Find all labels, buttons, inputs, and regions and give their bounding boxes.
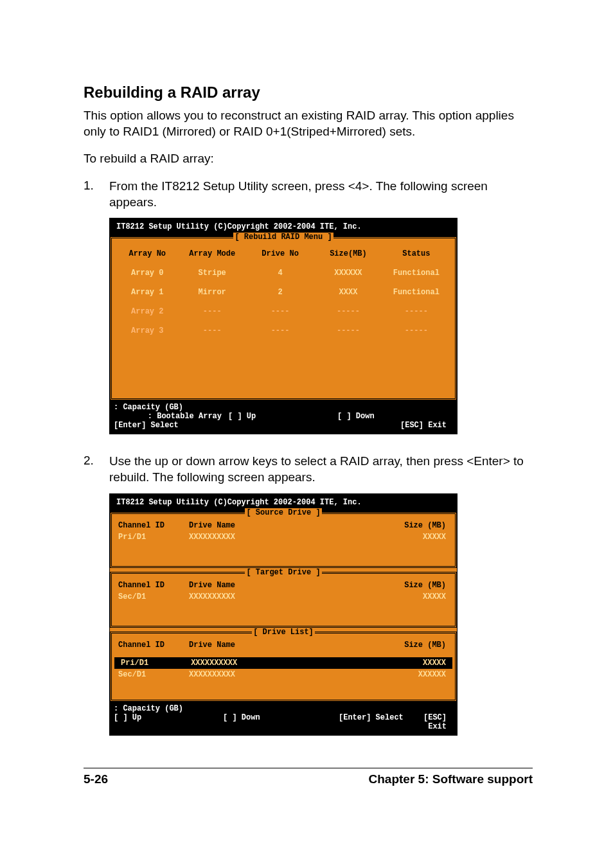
bios-screen-rebuild-menu: IT8212 Setup Utility (C)Copyright 2002-2… xyxy=(109,218,458,434)
source-header-row: Channel ID Drive Name Size (MB) xyxy=(112,520,455,531)
cell: ----- xyxy=(315,307,381,316)
step-2: 2. Use the up or down arrow keys to sele… xyxy=(84,454,533,485)
footer-select[interactable]: [Enter] Select xyxy=(114,421,191,430)
cell: ----- xyxy=(382,307,451,316)
page-number: 5-26 xyxy=(84,772,108,786)
col-drive-no: Drive No xyxy=(245,249,315,258)
cell: ---- xyxy=(179,326,245,335)
bios-footer-bar: : Capacity (GB) [ ] Up [ ] Down [Enter] … xyxy=(110,702,457,735)
target-drive-row: Sec/D1 XXXXXXXXXX XXXXX xyxy=(112,591,455,603)
table-row[interactable]: Array 2 ---- ---- ----- ----- xyxy=(112,302,455,321)
cell: 2 xyxy=(245,288,315,297)
cell: Pri/D1 xyxy=(118,533,189,542)
col-drive-name: Drive Name xyxy=(189,581,382,590)
footer-capacity: : Capacity (GB) xyxy=(114,403,223,412)
step-text: Use the up or down arrow keys to select … xyxy=(109,454,533,485)
cell: XXXXXXXXXX xyxy=(189,533,382,542)
drive-list-header-row: Channel ID Drive Name Size (MB) xyxy=(112,639,455,651)
cell: XXXXXXXXXX xyxy=(189,592,382,601)
cell: XXXXXX xyxy=(315,269,381,278)
target-header-row: Channel ID Drive Name Size (MB) xyxy=(112,580,455,591)
cell: Functional xyxy=(382,269,451,278)
footer-select[interactable]: [Enter] Select xyxy=(339,713,416,731)
cell: ----- xyxy=(382,326,451,335)
col-array-no: Array No xyxy=(116,249,179,258)
col-drive-name: Drive Name xyxy=(189,521,382,530)
col-size-mb: Size (MB) xyxy=(382,641,446,650)
col-array-mode: Array Mode xyxy=(179,249,245,258)
cell: Sec/D1 xyxy=(118,592,189,601)
bios-footer-bar: : Capacity (GB) : Bootable Array [ ] Up … xyxy=(110,400,457,434)
source-drive-title: [ Source Drive ] xyxy=(112,508,455,517)
cell: XXXXXXXXXX xyxy=(189,670,382,679)
footer-capacity: : Capacity (GB) xyxy=(114,704,223,713)
cell: XXXXX xyxy=(382,533,446,542)
cell: Mirror xyxy=(179,288,245,297)
step-text: From the IT8212 Setup Utility screen, pr… xyxy=(109,179,533,210)
col-channel-id: Channel ID xyxy=(118,521,189,530)
bios-screen-drive-list: IT8212 Setup Utility (C)Copyright 2002-2… xyxy=(109,493,458,736)
footer-up[interactable]: [ ] Up xyxy=(228,412,337,421)
footer-spacer xyxy=(223,704,339,713)
target-drive-title: [ Target Drive ] xyxy=(112,568,455,577)
footer-down[interactable]: [ ] Down xyxy=(337,412,453,421)
intro-paragraph: This option allows you to reconstruct an… xyxy=(84,108,533,139)
cell: ---- xyxy=(245,326,315,335)
col-channel-id: Channel ID xyxy=(118,641,189,650)
footer-spacer xyxy=(339,704,416,713)
col-channel-id: Channel ID xyxy=(118,581,189,590)
col-size-mb: Size (MB) xyxy=(382,581,446,590)
col-size-mb: Size (MB) xyxy=(382,521,446,530)
table-row[interactable]: Array 1 Mirror 2 XXXX Functional xyxy=(112,283,455,302)
footer-spacer xyxy=(339,403,416,412)
cell: XXXXX xyxy=(382,659,446,668)
col-status: Status xyxy=(382,249,451,258)
cell: Array 0 xyxy=(116,269,179,278)
chapter-title: Chapter 5: Software support xyxy=(369,772,533,786)
source-drive-row: Pri/D1 XXXXXXXXXX XXXXX xyxy=(112,531,455,543)
preamble-text: To rebuild a RAID array: xyxy=(84,151,533,167)
footer-spacer xyxy=(223,403,339,412)
footer-bootable: : Bootable Array xyxy=(114,412,228,421)
col-size-mb: Size(MB) xyxy=(315,249,381,258)
page-footer: 5-26 Chapter 5: Software support xyxy=(84,768,533,786)
cell: Array 3 xyxy=(116,326,179,335)
cell: XXXXX xyxy=(382,592,446,601)
cell: ---- xyxy=(245,307,315,316)
footer-up[interactable]: [ ] Up xyxy=(114,713,223,731)
drive-list-row[interactable]: Sec/D1 XXXXXXXXXX XXXXXX xyxy=(112,669,455,680)
cell: Array 2 xyxy=(116,307,179,316)
cell: Stripe xyxy=(179,269,245,278)
footer-exit[interactable]: [ESC] Exit xyxy=(191,421,453,430)
drive-list-row-selected[interactable]: Pri/D1 XXXXXXXXXX XXXXX xyxy=(114,657,452,669)
step-number: 2. xyxy=(84,454,109,485)
footer-exit[interactable]: [ESC] Exit xyxy=(416,713,453,731)
step-1: 1. From the IT8212 Setup Utility screen,… xyxy=(84,179,533,210)
cell: Array 1 xyxy=(116,288,179,297)
cell: ---- xyxy=(179,307,245,316)
table-row[interactable]: Array 0 Stripe 4 XXXXXX Functional xyxy=(112,263,455,283)
section-heading: Rebuilding a RAID array xyxy=(84,84,533,102)
cell: 4 xyxy=(245,269,315,278)
col-drive-name: Drive Name xyxy=(189,641,382,650)
cell: ----- xyxy=(315,326,381,335)
drive-list-title: [ Drive List] xyxy=(112,628,455,637)
footer-down[interactable]: [ ] Down xyxy=(223,713,339,731)
footer-spacer xyxy=(416,704,453,713)
cell: Sec/D1 xyxy=(118,670,189,679)
cell: XXXXXX xyxy=(382,670,446,679)
step-number: 1. xyxy=(84,179,109,210)
table-row[interactable]: Array 3 ---- ---- ----- ----- xyxy=(112,321,455,341)
cell: XXXXXXXXXX xyxy=(191,659,382,668)
table-header-row: Array No Array Mode Drive No Size(MB) St… xyxy=(112,244,455,263)
cell: XXXX xyxy=(315,288,381,297)
menu-title: [ Rebuild RAID Menu ] xyxy=(112,233,455,242)
cell: Functional xyxy=(382,288,451,297)
cell: Pri/D1 xyxy=(121,659,191,668)
